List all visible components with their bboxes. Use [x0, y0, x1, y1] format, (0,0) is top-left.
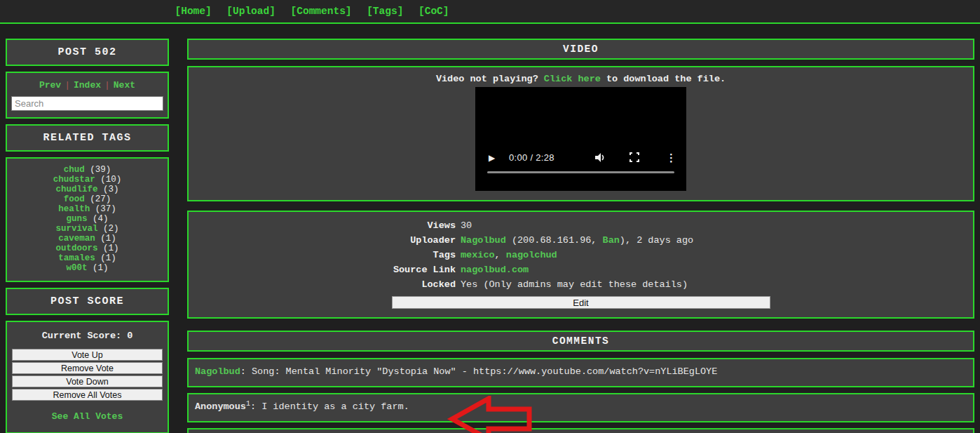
- uploader-ip: (200.68.161.96,: [506, 235, 603, 246]
- tag-link-caveman[interactable]: caveman: [58, 234, 95, 244]
- ban-link[interactable]: Ban: [603, 235, 620, 246]
- tag-row: chudlife (3): [7, 185, 168, 194]
- volume-icon[interactable]: [595, 152, 606, 166]
- locked-label: Locked: [189, 279, 456, 290]
- tag-count: (1): [98, 244, 119, 253]
- related-tags-header: RELATED TAGS: [6, 124, 169, 152]
- post-score-header: POST SCORE: [6, 288, 169, 315]
- tag-link-nagolchud[interactable]: nagolchud: [506, 250, 557, 260]
- comment-item: Anonymous1: I identity as a city farm.: [187, 393, 974, 422]
- remove-vote-button[interactable]: Remove Vote: [12, 362, 163, 374]
- see-all-votes-link[interactable]: See All Votes: [52, 411, 123, 422]
- comment-author: Anonymous: [195, 401, 246, 412]
- video-progress-bar[interactable]: [487, 171, 674, 173]
- comment-author[interactable]: Nagolbud: [195, 366, 240, 377]
- edit-button[interactable]: Edit: [392, 296, 770, 309]
- video-panel: Video not playing? Click here to downloa…: [187, 66, 974, 201]
- views-label: Views: [189, 220, 456, 231]
- comment-body: : I identity as a city farm.: [250, 401, 409, 412]
- comments-section-header: COMMENTS: [187, 331, 974, 352]
- tag-count: (4): [88, 214, 109, 224]
- comment-item: Username: This guy is my internet step d…: [187, 428, 974, 433]
- current-score-label: Current Score: 0: [12, 331, 163, 341]
- play-icon[interactable]: ▶: [489, 152, 495, 164]
- tag-count: (1): [95, 253, 116, 263]
- nav-upload[interactable]: [Upload]: [226, 6, 275, 17]
- views-value: 30: [461, 220, 973, 231]
- tag-row: food (27): [7, 194, 168, 204]
- nav-coc[interactable]: [CoC]: [418, 6, 449, 17]
- tag-link-survival[interactable]: survival: [55, 224, 97, 234]
- tag-link-health[interactable]: health: [58, 204, 90, 214]
- source-link-label: Source Link: [189, 265, 456, 275]
- prev-link[interactable]: Prev: [39, 80, 61, 91]
- post-details-panel: Views 30 Uploader Nagolbud (200.68.161.9…: [187, 211, 974, 319]
- download-link[interactable]: Click here: [544, 74, 601, 84]
- main-column: VIDEO Video not playing? Click here to d…: [187, 39, 974, 433]
- next-link[interactable]: Next: [114, 80, 135, 91]
- tag-link-outdoors[interactable]: outdoors: [55, 244, 97, 253]
- comment-body: : Song: Mental Minority "Dystopia Now" -…: [240, 366, 718, 377]
- tag-link-chud[interactable]: chud: [64, 165, 85, 175]
- nav-comments[interactable]: [Comments]: [291, 6, 352, 17]
- tag-link-mexico[interactable]: mexico: [461, 250, 495, 260]
- tag-row: chudstar (10): [7, 175, 168, 185]
- pager-separator: |: [104, 80, 110, 91]
- tag-link-tamales[interactable]: tamales: [58, 253, 95, 263]
- tag-link-food[interactable]: food: [64, 194, 85, 204]
- tag-row: health (37): [7, 204, 168, 214]
- tag-link-w00t[interactable]: w00t: [66, 263, 87, 273]
- tag-count: (37): [90, 204, 116, 214]
- vote-up-button[interactable]: Vote Up: [12, 349, 163, 361]
- nav-tags[interactable]: [Tags]: [367, 6, 403, 17]
- comment-item: Nagolbud: Song: Mental Minority "Dystopi…: [187, 358, 974, 387]
- video-timecode: 0:00 / 2:28: [509, 152, 554, 164]
- vote-down-button[interactable]: Vote Down: [12, 375, 163, 387]
- pager-panel: Prev|Index|Next: [6, 72, 169, 119]
- tags-value: mexico, nagolchud: [461, 250, 973, 260]
- note-prefix: Video not playing?: [436, 74, 544, 84]
- note-suffix: to download the file.: [601, 74, 726, 84]
- top-nav-bar: [Home] [Upload] [Comments] [Tags] [CoC]: [0, 0, 980, 24]
- video-section-header: VIDEO: [187, 39, 974, 60]
- tag-count: (10): [95, 175, 122, 185]
- tag-row: outdoors (1): [7, 244, 168, 253]
- tag-count: (3): [98, 185, 119, 194]
- tag-link-chudlife[interactable]: chudlife: [55, 185, 97, 194]
- fullscreen-icon[interactable]: [629, 152, 639, 165]
- source-link[interactable]: nagolbud.com: [461, 265, 529, 275]
- tag-count: (27): [85, 194, 111, 204]
- tag-link-chudstar[interactable]: chudstar: [53, 175, 95, 185]
- tag-link-guns[interactable]: guns: [66, 214, 87, 224]
- tag-row: w00t (1): [7, 263, 168, 273]
- tag-separator: ,: [495, 250, 506, 260]
- search-input[interactable]: [11, 96, 163, 111]
- related-tags-list: chud (39) chudstar (10) chudlife (3) foo…: [6, 157, 169, 282]
- index-link[interactable]: Index: [74, 80, 101, 91]
- tag-count: (1): [88, 263, 109, 273]
- uploader-label: Uploader: [189, 235, 456, 246]
- tag-row: tamales (1): [7, 253, 168, 263]
- pager-separator: |: [64, 80, 70, 91]
- tags-label: Tags: [189, 250, 456, 260]
- tag-row: survival (2): [7, 224, 168, 234]
- remove-all-votes-button[interactable]: Remove All Votes: [12, 389, 163, 401]
- pager: Prev|Index|Next: [11, 80, 163, 91]
- source-link-value: nagolbud.com: [461, 265, 973, 275]
- uploader-age: ), 2 days ago: [620, 235, 693, 246]
- top-nav-links: [Home] [Upload] [Comments] [Tags] [CoC]: [0, 0, 624, 23]
- sidebar: POST 502 Prev|Index|Next RELATED TAGS ch…: [6, 39, 169, 433]
- locked-value: Yes (Only admins may edit these details): [461, 279, 973, 290]
- video-player[interactable]: ▶ 0:00 / 2:28 ⋮: [475, 87, 686, 191]
- nav-home[interactable]: [Home]: [175, 6, 211, 17]
- uploader-link[interactable]: Nagolbud: [461, 235, 506, 246]
- page-layout: POST 502 Prev|Index|Next RELATED TAGS ch…: [0, 24, 980, 433]
- overflow-menu-icon[interactable]: ⋮: [666, 152, 676, 164]
- post-details: Views 30 Uploader Nagolbud (200.68.161.9…: [189, 220, 973, 290]
- tag-row: chud (39): [7, 165, 168, 175]
- uploader-value: Nagolbud (200.68.161.96, Ban), 2 days ag…: [461, 235, 973, 246]
- post-title-header: POST 502: [6, 39, 169, 66]
- tag-count: (39): [85, 165, 111, 175]
- tag-count: (2): [98, 224, 119, 234]
- post-score-panel: Current Score: 0 Vote Up Remove Vote Vot…: [6, 321, 169, 433]
